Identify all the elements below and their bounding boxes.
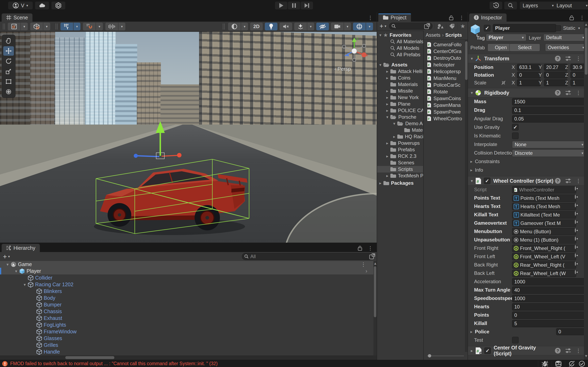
project-folder-rck-2-3[interactable]: ▸RCK 2.3 [377, 153, 423, 159]
project-folder-coins[interactable]: ▸Coins [377, 75, 423, 81]
project-folder-scenes[interactable]: Scenes [377, 159, 423, 166]
expander-icon[interactable]: ▸ [385, 173, 390, 178]
expander-icon[interactable]: ▾ [378, 62, 383, 67]
project-file-camerafollo[interactable]: #CameraFollo [424, 41, 465, 48]
front-left-object-field[interactable]: Front_Wheel_Left (V [512, 253, 576, 260]
static-dropdown-icon[interactable]: ▾ [578, 26, 580, 30]
2d-toggle-button[interactable]: 2D [250, 23, 263, 30]
hierarchy-item-blinkers[interactable]: Blinkers [0, 288, 377, 295]
killall-field[interactable]: 5 [512, 320, 584, 327]
max-turn-angle-field[interactable]: 40 [512, 286, 584, 294]
object-picker-icon[interactable] [575, 245, 576, 249]
scale-x-field[interactable]: 1 [517, 79, 541, 86]
account-button[interactable]: V ▾ [8, 2, 33, 9]
hierarchy-item-glasses[interactable]: Glasses [0, 335, 377, 342]
project-file-policecarsc[interactable]: #PoliceCarSc [424, 82, 465, 88]
help-icon[interactable]: ? [555, 178, 561, 184]
project-search-input[interactable] [389, 23, 432, 30]
row-menu-icon[interactable]: ⋮ [361, 262, 366, 267]
breadcrumb-scripts[interactable]: Scripts [445, 32, 462, 38]
expander-icon[interactable]: ▾ [469, 56, 475, 61]
perspective-label[interactable]: ‹ Persp [334, 66, 369, 72]
object-picker-icon[interactable] [575, 203, 576, 207]
grid-visibility-toggle-dropdown[interactable]: ▾ [73, 23, 80, 30]
expander-icon[interactable]: ▾ [22, 282, 27, 287]
hierarchy-item-grilles[interactable]: Grilles [0, 342, 377, 349]
presets-icon[interactable] [565, 348, 571, 353]
component-header-rigidbody[interactable]: ▾ Rigidbody ? ⋮ [468, 88, 584, 98]
filter-by-type-icon[interactable] [434, 24, 446, 29]
object-picker-icon[interactable] [575, 187, 576, 191]
hierarchy-horizontal-scrollbar[interactable] [0, 355, 377, 360]
snap-increment-dropdown[interactable]: ▾ [118, 23, 125, 30]
project-folder-attack-helli[interactable]: ▸Attack Helli [377, 68, 423, 75]
help-icon[interactable]: ? [555, 90, 561, 96]
expander-icon[interactable]: ▾ [13, 269, 19, 274]
snap-increment-button[interactable] [105, 23, 118, 30]
object-name-field[interactable]: Player [493, 24, 556, 32]
create-asset-button[interactable]: + ▾ [380, 23, 386, 29]
expander-icon[interactable]: ▸ [385, 108, 390, 113]
tab-hierarchy[interactable]: Hierarchy [2, 244, 40, 252]
project-file-spawnpowe[interactable]: #SpawnPowe [424, 108, 465, 115]
back-right-object-field[interactable]: Rear_Wheel_Right ( [512, 261, 576, 269]
tool-handle-orientation-button[interactable] [30, 23, 43, 30]
rect-tool[interactable] [3, 77, 14, 86]
filter-by-label-icon[interactable] [446, 24, 457, 29]
static-checkbox[interactable] [555, 25, 561, 31]
expander-icon[interactable]: ▾ [5, 262, 10, 267]
drag-field[interactable]: 0.1 [512, 107, 584, 114]
tool-handle-orientation-dropdown[interactable]: ▾ [43, 23, 50, 30]
help-icon[interactable]: ? [555, 348, 561, 354]
position-x-field[interactable]: 633.1 [517, 64, 541, 71]
hierarchy-item-foglights[interactable]: FogLights [0, 322, 377, 328]
audio-toggle-button[interactable] [279, 23, 292, 30]
lighting-toggle-button[interactable] [265, 23, 277, 30]
project-folder-packages[interactable]: ▸Packages [377, 180, 423, 186]
police-size-field[interactable]: 0 [556, 328, 584, 335]
object-picker-icon[interactable] [575, 262, 576, 266]
object-picker-icon[interactable] [575, 220, 576, 224]
component-enabled-checkbox[interactable]: ✓ [484, 178, 490, 184]
layout-dropdown[interactable]: Layout ▾ [554, 2, 588, 9]
expander-icon[interactable]: ▾ [385, 115, 390, 119]
project-folder-missile[interactable]: ▸Missile [377, 88, 423, 94]
expander-icon[interactable]: ▸ [385, 154, 390, 159]
lock-icon[interactable] [449, 15, 454, 20]
hierarchy-menu-icon[interactable]: ⋮ [368, 245, 373, 251]
project-folder-textmesh-p[interactable]: ▸TextMesh P [377, 173, 423, 179]
camera-settings-dropdown[interactable]: ▾ [344, 23, 351, 30]
project-file-spawncoins[interactable]: #SpawnCoins [424, 95, 465, 102]
expander-icon[interactable]: ▸ [385, 101, 390, 106]
project-folder-all-materials[interactable]: All Materials [377, 38, 423, 45]
hierarchy-item-racing-car-1202[interactable]: ▾Racing Car 1202 [0, 281, 377, 288]
slider-handle[interactable] [428, 354, 431, 358]
favorites-star-icon[interactable]: ★ [457, 23, 468, 30]
tab-project[interactable]: Project [378, 13, 411, 22]
active-checkbox[interactable]: ✓ [484, 25, 490, 31]
use-gravity-checkbox[interactable]: ✓ [512, 124, 519, 131]
component-header-transform[interactable]: ▾ Transform ? ⋮ [468, 54, 584, 63]
acceleration-field[interactable]: 1000 [512, 278, 584, 285]
object-picker-icon[interactable] [575, 237, 576, 241]
layers-dropdown[interactable]: Layers ▾ [520, 2, 557, 9]
play-button[interactable] [275, 2, 287, 9]
expander-icon[interactable]: ▾ [392, 121, 397, 126]
refresh-icon[interactable] [565, 361, 578, 367]
tab-inspector[interactable]: Inspector [469, 13, 507, 22]
breadcrumb-assets[interactable]: Assets [426, 32, 440, 38]
object-picker-icon[interactable] [575, 254, 576, 257]
lock-icon[interactable] [357, 245, 362, 251]
object-picker-icon[interactable] [575, 212, 576, 216]
expander-icon[interactable]: ▸ [469, 159, 474, 164]
chevron-right-icon[interactable]: › [365, 268, 367, 274]
scene-menu-icon[interactable]: ⋮ [368, 15, 373, 20]
hierarchy-item-player[interactable]: ▾Player› [0, 268, 377, 275]
draw-mode-button[interactable] [228, 23, 241, 30]
lock-icon[interactable] [569, 15, 574, 20]
hierarchy-item-game[interactable]: ▾Game⋮ [0, 261, 377, 268]
expander-icon[interactable]: ▸ [385, 69, 390, 74]
layer-dropdown[interactable]: Default▾ [544, 34, 584, 41]
rotation-x-field[interactable]: 0 [517, 72, 541, 78]
link-broken-icon[interactable] [501, 80, 506, 85]
